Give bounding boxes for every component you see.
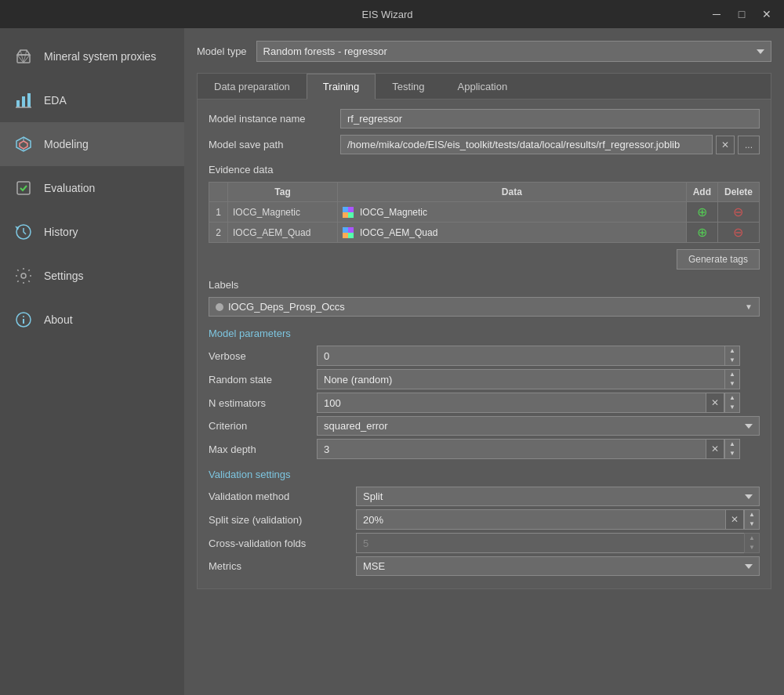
- cross-validation-folds-spinners: ▲ ▼: [744, 533, 760, 553]
- svg-rect-10: [22, 96, 25, 107]
- split-size-spin-up[interactable]: ▲: [745, 510, 759, 519]
- max-depth-spin-down[interactable]: ▼: [725, 449, 739, 458]
- path-browse-button[interactable]: ...: [738, 136, 760, 154]
- data-select-2[interactable]: IOCG_AEM_Quad: [357, 226, 681, 240]
- row-num-2: 2: [209, 223, 228, 243]
- svg-rect-23: [343, 207, 348, 212]
- split-size-spin-down[interactable]: ▼: [745, 519, 759, 529]
- max-depth-clear-button[interactable]: ✕: [706, 439, 724, 459]
- n-estimators-clear-button[interactable]: ✕: [706, 393, 724, 413]
- add-button-1[interactable]: ⊕: [697, 205, 707, 219]
- metrics-label: Metrics: [209, 560, 350, 572]
- svg-rect-27: [343, 227, 348, 233]
- tab-training[interactable]: Training: [307, 74, 376, 100]
- random-state-input[interactable]: [317, 369, 724, 389]
- sidebar-item-about[interactable]: About: [0, 298, 184, 342]
- random-state-spin-up[interactable]: ▲: [725, 370, 739, 379]
- chart-icon: [13, 89, 34, 111]
- max-depth-spin-up[interactable]: ▲: [725, 440, 739, 449]
- max-depth-spinbox: ✕ ▲ ▼: [317, 439, 740, 459]
- cross-validation-folds-row: Cross-validation folds ▲ ▼: [209, 533, 760, 553]
- split-size-clear-button[interactable]: ✕: [725, 509, 744, 530]
- split-size-row: Split size (validation) ✕ ▲ ▼: [209, 509, 760, 530]
- path-row: ✕ ...: [340, 135, 760, 154]
- add-button-2[interactable]: ⊕: [697, 225, 707, 240]
- generate-tags-button[interactable]: Generate tags: [677, 249, 760, 270]
- sidebar-label-modeling: Modeling: [44, 138, 89, 150]
- sidebar-label-eda: EDA: [44, 94, 67, 107]
- model-save-path-row: Model save path ✕ ...: [209, 135, 760, 154]
- n-estimators-label: N estimators: [209, 397, 310, 409]
- model-icon: [13, 133, 34, 155]
- delete-button-1[interactable]: ⊖: [733, 205, 743, 219]
- verbose-input[interactable]: [317, 346, 724, 366]
- verbose-spin-up[interactable]: ▲: [725, 346, 739, 356]
- svg-rect-26: [348, 212, 354, 218]
- data-cell-2: IOCG_AEM_Quad: [338, 223, 687, 243]
- sidebar-item-mineral-system-proxies[interactable]: Mineral system proxies: [0, 34, 184, 78]
- split-size-label: Split size (validation): [209, 514, 350, 526]
- model-params-section: Model parameters Verbose ▲ ▼: [209, 328, 760, 459]
- model-type-select[interactable]: Random forests - regressor: [256, 41, 771, 62]
- close-button[interactable]: ✕: [756, 5, 778, 23]
- col-delete-header: Delete: [717, 183, 759, 202]
- tab-application[interactable]: Application: [441, 74, 524, 100]
- verbose-row: Verbose ▲ ▼: [209, 346, 760, 366]
- n-estimators-spin-down[interactable]: ▼: [725, 403, 739, 412]
- minimize-button[interactable]: ─: [706, 5, 728, 23]
- verbose-label: Verbose: [209, 350, 310, 362]
- verbose-spinners: ▲ ▼: [724, 346, 740, 366]
- svg-line-4: [17, 50, 20, 55]
- sidebar-item-eda[interactable]: EDA: [0, 78, 184, 122]
- tab-testing[interactable]: Testing: [376, 74, 441, 100]
- n-estimators-row: N estimators ✕ ▲ ▼: [209, 393, 760, 413]
- sidebar-item-settings[interactable]: Settings: [0, 254, 184, 298]
- n-estimators-input[interactable]: [317, 393, 706, 413]
- titlebar: EIS Wizard ─ □ ✕: [0, 0, 784, 28]
- add-cell-1: ⊕: [686, 202, 717, 223]
- model-save-path-input[interactable]: [340, 135, 713, 154]
- tab-data-preparation[interactable]: Data preparation: [198, 74, 307, 100]
- raster-icon-2: [343, 227, 354, 238]
- max-depth-input[interactable]: [317, 439, 706, 459]
- metrics-row: Metrics MSE RMSE MAE R2: [209, 556, 760, 576]
- col-tag-header: Tag: [228, 183, 338, 202]
- sidebar-item-history[interactable]: History: [0, 210, 184, 254]
- model-save-path-label: Model save path: [209, 139, 334, 150]
- n-estimators-spin-up[interactable]: ▲: [725, 393, 739, 403]
- maximize-button[interactable]: □: [731, 5, 753, 23]
- svg-rect-9: [16, 100, 20, 107]
- path-clear-button[interactable]: ✕: [716, 136, 735, 154]
- labels-dot-icon: [216, 303, 223, 311]
- sidebar-label-evaluation: Evaluation: [44, 182, 95, 194]
- model-instance-name-input[interactable]: [340, 109, 760, 129]
- svg-point-19: [21, 273, 26, 278]
- col-num: [209, 183, 228, 202]
- info-icon: [13, 309, 34, 331]
- verbose-spin-down[interactable]: ▼: [725, 356, 739, 365]
- evidence-table: Tag Data Add Delete 1 IOCG_Magnetic: [209, 182, 760, 243]
- labels-row[interactable]: IOCG_Deps_Prosp_Occs ▼: [209, 297, 760, 317]
- sidebar-item-evaluation[interactable]: Evaluation: [0, 166, 184, 210]
- evidence-row-2: 2 IOCG_AEM_Quad IOCG_AEM_Quad: [209, 223, 760, 243]
- labels-chevron-icon: ▼: [745, 302, 753, 311]
- model-params-title: Model parameters: [209, 328, 760, 339]
- criterion-select[interactable]: squared_error absolute_error friedman_ms…: [317, 416, 760, 436]
- data-select-1[interactable]: IOCG_Magnetic: [357, 205, 681, 219]
- validation-method-select[interactable]: Split K-Fold Leave-one-out: [356, 487, 760, 506]
- col-data-header: Data: [338, 183, 687, 202]
- delete-button-2[interactable]: ⊖: [733, 225, 743, 240]
- app-body: Mineral system proxies EDA Modeling Eval…: [0, 28, 784, 695]
- metrics-select[interactable]: MSE RMSE MAE R2: [356, 556, 760, 576]
- del-cell-1: ⊖: [717, 202, 759, 223]
- gem-icon: [13, 45, 34, 67]
- criterion-label: Criterion: [209, 420, 310, 432]
- max-depth-row: Max depth ✕ ▲ ▼: [209, 439, 760, 459]
- cross-validation-folds-input: [356, 533, 744, 553]
- random-state-spin-down[interactable]: ▼: [725, 379, 739, 389]
- random-state-label: Random state: [209, 374, 310, 386]
- sidebar-item-modeling[interactable]: Modeling: [0, 122, 184, 166]
- split-size-input[interactable]: [356, 509, 725, 530]
- labels-title: Labels: [209, 279, 760, 291]
- sidebar-label-history: History: [44, 226, 78, 238]
